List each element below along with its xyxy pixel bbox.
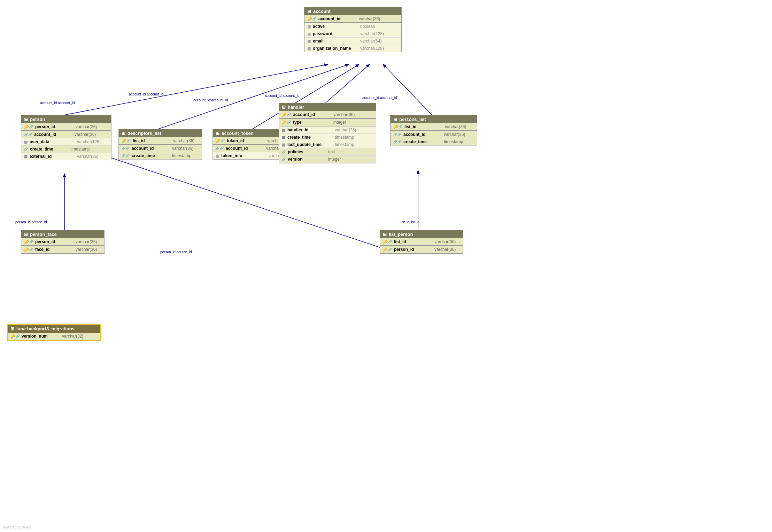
table-icon-handler: ⊞ xyxy=(282,105,286,110)
field-external-id: ▦ external_id varchar(36) xyxy=(21,153,111,160)
field-email: ▦ email varchar(64) xyxy=(304,38,401,45)
pk-fk-icon: 🔑🔗 xyxy=(24,125,33,129)
pk-row-handler-type: 🔑🔗 type integer xyxy=(279,119,376,126)
table-icon-descriptors: ⊞ xyxy=(122,131,125,136)
pk-row-account-id: 🔑🔗 account_id varchar(36) xyxy=(304,15,401,23)
field-last-update-time: ▦ last_update_time timestamp xyxy=(279,141,376,148)
table-name-handler: handler xyxy=(288,105,304,110)
field-icon: ▦ xyxy=(282,142,285,147)
table-icon-list-person: ⊞ xyxy=(383,232,387,237)
fk-icon: 🔗 xyxy=(282,157,286,161)
table-header-handler: ⊞ handler xyxy=(279,103,376,111)
field-organization-name: ▦ organization_name varchar(128) xyxy=(304,45,401,52)
field-password: ▦ password varchar(128) xyxy=(304,30,401,38)
fk-create-time: 🔗 create_time timestamp xyxy=(21,146,111,153)
table-header-persons-list: ⊞ persons_list xyxy=(391,115,477,123)
pk-fk-icon: 🔑🔗 xyxy=(383,247,392,252)
table-descriptors-list[interactable]: ⊞ descriptors_list 🔑🔗 list_id varchar(36… xyxy=(118,129,202,160)
field-icon: ▦ xyxy=(307,46,311,51)
table-name-account: account xyxy=(313,9,331,14)
table-header-migrations: ⊞ luna-backport3_migrations xyxy=(8,325,100,333)
table-name-persons-list: persons_list xyxy=(399,117,426,122)
table-migrations[interactable]: ⊞ luna-backport3_migrations 🔑🔗 version_n… xyxy=(7,324,101,341)
field-handler-id: ▦ handler_id varchar(36) xyxy=(279,126,376,134)
fk-icon: 🔗🔗 xyxy=(216,147,224,150)
pk-row-list-id: 🔑🔗 list_id varchar(36) xyxy=(119,137,202,145)
pk-fk-icon: 🔑🔗 xyxy=(24,240,33,244)
svg-line-6 xyxy=(108,157,380,247)
table-header-person-face: ⊞ person_face xyxy=(21,230,104,238)
table-persons-list[interactable]: ⊞ persons_list 🔑🔗 list_id varchar(36) 🔗🔗… xyxy=(390,115,477,146)
field-icon: ▦ xyxy=(307,24,311,29)
table-account[interactable]: ⊞ account 🔑🔗 account_id varchar(36) ▦ ac… xyxy=(304,7,402,52)
pk-fk-icon: 🔑🔗 xyxy=(24,247,33,252)
field-handler-create-time: ▦ create_time timestamp xyxy=(279,134,376,141)
table-person-face[interactable]: ⊞ person_face 🔑🔗 person_id varchar(36) 🔑… xyxy=(21,230,105,254)
fk-icon: 🔗🔗 xyxy=(122,154,130,157)
pk-row-listperson-person-id: 🔑🔗 person_id varchar(36) xyxy=(380,246,463,254)
table-icon-person: ⊞ xyxy=(24,117,28,122)
fk-account-id: 🔗🔗 account_id varchar(36) xyxy=(21,131,111,138)
fk-icon: 🔗🔗 xyxy=(393,133,401,136)
field-icon: ▦ xyxy=(282,128,285,132)
pk-fk-icon: 🔑🔗 xyxy=(216,139,225,143)
pk-row-listperson-list-id: 🔑🔗 list_id varchar(36) xyxy=(380,238,463,246)
relation-label-listperson-personslist: list_id:list_id xyxy=(401,220,419,224)
relation-label-person-account: account_id:account_id xyxy=(40,101,75,105)
pk-row-handler-account-id: 🔑🔗 account_id varchar(36) xyxy=(279,111,376,119)
pk-fk-icon: 🔑🔗 xyxy=(393,125,402,129)
pk-fk-icon: 🔑🔗 xyxy=(122,139,131,143)
field-icon: ▦ xyxy=(307,39,311,44)
table-icon-account: ⊞ xyxy=(307,9,311,14)
pk-fk-icon: 🔑🔗 xyxy=(282,120,291,125)
pk-fk-icon: 🔑🔗 xyxy=(282,113,291,117)
table-icon-migrations: ⊞ xyxy=(10,326,14,331)
relation-label-listperson-person: person_id:person_id xyxy=(160,250,192,254)
fk-policies: 🔗 policies text xyxy=(279,148,376,156)
pk-row-person-id: 🔑🔗 person_id varchar(36) xyxy=(21,123,111,131)
table-header-account: ⊞ account xyxy=(304,7,401,15)
fk-account-id-desc: 🔗🔗 account_id varchar(36) xyxy=(119,145,202,152)
table-name-token: account_token xyxy=(222,131,254,136)
field-icon: ▦ xyxy=(282,135,285,140)
field-icon: ▦ xyxy=(24,154,28,159)
pk-fk-icon: 🔑🔗 xyxy=(10,334,20,339)
table-list-person[interactable]: ⊞ list_person 🔑🔗 list_id varchar(36) 🔑🔗 … xyxy=(380,230,463,254)
table-name-person-face: person_face xyxy=(30,232,57,237)
table-person[interactable]: ⊞ person 🔑🔗 person_id varchar(36) 🔗🔗 acc… xyxy=(21,115,111,160)
fk-persons-list-account-id: 🔗🔗 account_id varchar(36) xyxy=(391,131,477,138)
table-icon-persons-list: ⊞ xyxy=(393,117,397,122)
table-icon-token: ⊞ xyxy=(216,131,219,136)
fk-icon: 🔗🔗 xyxy=(24,133,32,136)
pk-fk-icon: 🔑🔗 xyxy=(383,240,392,244)
diagram-container: account_id:account_id account_id:account… xyxy=(0,0,772,532)
field-icon: ▦ xyxy=(216,154,219,158)
table-header-list-person: ⊞ list_person xyxy=(380,230,463,238)
pk-row-persons-list-id: 🔑🔗 list_id varchar(36) xyxy=(391,123,477,131)
watermark: Powered by yFiles xyxy=(3,525,31,529)
svg-line-4 xyxy=(383,64,432,115)
table-handler[interactable]: ⊞ handler 🔑🔗 account_id varchar(36) 🔑🔗 t… xyxy=(279,103,376,163)
table-name-descriptors: descriptors_list xyxy=(128,131,161,136)
table-name-person: person xyxy=(30,117,45,122)
pk-fk-icon: 🔑🔗 xyxy=(307,17,316,21)
relation-label-token-account: account_id:account_id xyxy=(193,98,228,102)
fk-version: 🔗 version integer xyxy=(279,156,376,163)
table-name-migrations: luna-backport3_migrations xyxy=(16,326,75,331)
field-icon: ▦ xyxy=(24,140,28,144)
table-header-descriptors-list: ⊞ descriptors_list xyxy=(119,129,202,137)
field-icon: ▦ xyxy=(307,32,311,36)
relationship-arrows xyxy=(0,0,772,532)
relation-label-persons-account: account_id:account_id xyxy=(362,96,397,100)
table-icon-person-face: ⊞ xyxy=(24,232,28,237)
pk-row-face-person-id: 🔑🔗 person_id varchar(36) xyxy=(21,238,104,246)
relation-label-descriptors-account: account_id:account_id xyxy=(129,92,164,96)
fk-icon: 🔗 xyxy=(24,147,28,151)
table-name-list-person: list_person xyxy=(389,232,413,237)
table-header-person: ⊞ person xyxy=(21,115,111,123)
fk-icon: 🔗🔗 xyxy=(122,147,130,150)
fk-icon: 🔗🔗 xyxy=(393,140,401,144)
field-active: ▦ active boolean xyxy=(304,23,401,30)
relation-label-handler-account: account_id:account_id xyxy=(265,94,300,98)
fk-icon: 🔗 xyxy=(282,150,286,154)
